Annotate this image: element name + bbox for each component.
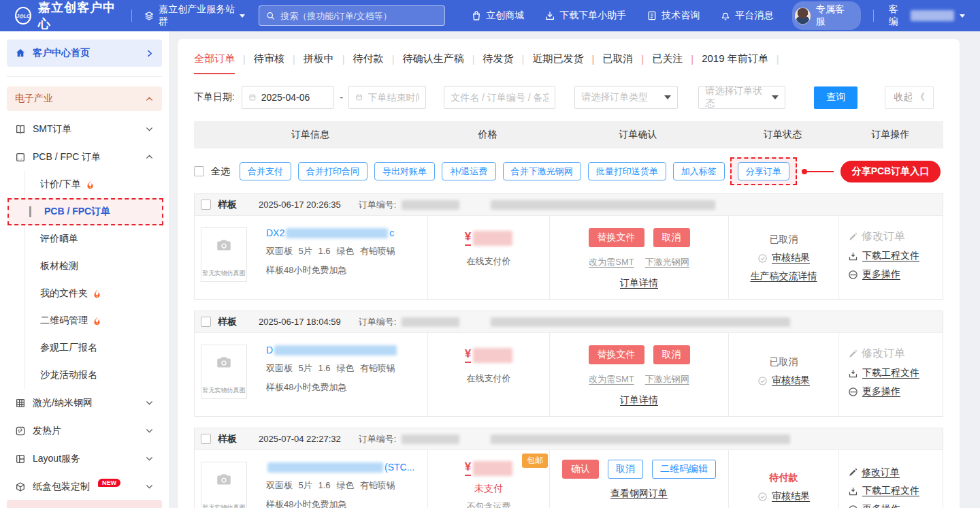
select-all-label[interactable]: 全选 [211,165,230,178]
export-statement-button[interactable]: 导出对账单 [374,162,435,180]
order-detail-link[interactable]: 订单详情 [620,277,658,289]
order-checkbox[interactable] [201,434,211,444]
batch-print-delivery-button[interactable]: 批量打印送货单 [588,162,666,180]
keyword-search-field[interactable] [444,86,555,109]
dedicated-service-button[interactable]: 专属客服 [792,1,861,30]
query-button[interactable]: 查询 [814,86,858,109]
tab-confirm-production[interactable]: 待确认生产稿 [403,52,464,65]
site-group-menu[interactable]: 嘉立创产业服务站群 [144,3,246,28]
replace-file-button[interactable]: 替换文件 [589,228,644,247]
sidebar-item-material-test[interactable]: 板材检测 [25,253,169,280]
order-row-header: 样板 2025-06-17 20:26:35 订单编号: [195,194,943,216]
order-row: 样板 2025-07-04 22:27:32 订单编号: 暂无实物仿真图 [194,428,943,508]
sidebar-item-box-packaging[interactable]: 纸盒包装定制NEW [0,473,169,501]
review-result-link[interactable]: 审核结果 [772,490,810,503]
tab-cancelled[interactable]: 已取消 [602,52,633,65]
nav-download-helper[interactable]: 下载下单小助手 [544,10,626,22]
production-file-chat-link[interactable]: 生产稿交流详情 [751,270,817,283]
tab-pre-2019[interactable]: 2019 年前订单 [702,52,768,65]
sidebar-section-electronics[interactable]: 电子产业 [7,86,162,111]
order-stencil-link[interactable]: 下激光钢网 [645,256,689,268]
sidebar-item-reviews[interactable]: 评价晒单 [25,225,169,253]
cancel-order-button[interactable]: 取消 [653,228,690,247]
cancel-order-button[interactable]: 取消 [653,345,690,364]
date-start-picker[interactable] [242,86,334,109]
sidebar-item-factory-visit[interactable]: 参观工厂报名 [25,334,169,362]
sidebar-item-layout-service[interactable]: Layout服务 [0,445,169,473]
date-end-input[interactable] [368,92,420,103]
logo[interactable]: J@LC 嘉立创客户中心 [15,0,119,32]
order-detail-link[interactable]: 订单详情 [620,394,658,407]
sidebar-item-smt[interactable]: SMT订单 [0,115,169,143]
tab-pending-payment[interactable]: 待付款 [353,52,384,65]
chevron-down-icon [145,482,154,491]
more-actions[interactable]: 更多操作 [848,268,900,281]
search-input[interactable] [280,11,438,21]
order-spec: 样板48小时免费加急 [266,381,398,394]
date-end-picker[interactable] [348,86,426,109]
order-checkbox[interactable] [201,200,211,210]
merge-print-contract-button[interactable]: 合并打印合同 [298,162,368,180]
date-start-input[interactable] [261,92,327,103]
global-search[interactable] [259,5,445,26]
merge-pay-button[interactable]: 合并支付 [240,162,291,180]
tab-pending-review[interactable]: 待审核 [254,52,284,65]
batch-actions: 全选 合并支付 合并打印合同 导出对账单 补/退运费 合并下激光钢网 批量打印送… [194,157,943,185]
change-to-smt-link[interactable]: 改为需SMT [589,373,634,385]
order-title-link[interactable]: DX2 c [266,227,395,238]
order-title-link[interactable]: D [266,345,398,355]
merge-stencil-button[interactable]: 合并下激光钢网 [503,162,581,180]
freight-refund-button[interactable]: 补/退运费 [442,162,496,180]
add-tag-button[interactable]: 加入标签 [673,162,725,180]
tab-separator: | [777,53,779,65]
tab-pending-shipment[interactable]: 待发货 [483,52,514,65]
tab-recently-shipped[interactable]: 近期已发货 [532,52,583,65]
sidebar-item-pcb-group[interactable]: PCB / FPC 订单 [0,143,169,171]
select-all-checkbox[interactable] [194,166,204,176]
order-type-select[interactable]: 请选择订单类型 [574,86,678,109]
tab-separator: | [691,53,693,65]
sidebar-item-pcb-orders[interactable]: PCB / FPC订单 [7,198,163,225]
confirm-button[interactable]: 确认 [562,460,599,479]
sidebar-item-salon[interactable]: 沙龙活动报名 [25,362,169,389]
keyword-input[interactable] [451,92,549,103]
customer-code[interactable]: 客编 [889,3,965,28]
review-result-link[interactable]: 审核结果 [772,375,810,387]
nav-messages-label: 平台消息 [735,10,773,22]
order-checkbox[interactable] [201,317,211,327]
order-title-link[interactable]: (STC... [266,462,414,473]
nav-mall[interactable]: 立创商城 [471,10,524,22]
sidebar-item-qrcode[interactable]: 二维码管理 [25,307,169,334]
review-result-link[interactable]: 审核结果 [772,252,810,264]
more-actions[interactable]: 更多操作 [848,503,900,508]
share-order-button[interactable]: 分享订单 [738,162,789,180]
nav-tech-support[interactable]: 技术咨询 [647,10,700,22]
nav-messages[interactable]: 平台消息 [720,10,773,22]
download-icon [544,10,555,21]
view-stencil-order-link[interactable]: 查看钢网订单 [610,488,668,500]
tab-followed[interactable]: 已关注 [652,52,683,65]
sidebar-item-pricing[interactable]: 计价/下单 [25,171,169,198]
qrcode-edit-button[interactable]: 二维码编辑 [652,460,716,479]
sidebar-item-home[interactable]: 客户中心首页 [7,39,162,67]
order-status-select[interactable]: 请选择订单状态 [698,86,785,109]
more-actions[interactable]: 更多操作 [848,385,900,398]
download-files-action[interactable]: 下载工程文件 [848,485,919,497]
edit-order-action[interactable]: 修改订单 [848,466,900,479]
chevron-down-icon [145,426,154,435]
cancel-order-button[interactable]: 取消 [608,460,643,479]
order-number-redacted [491,434,790,444]
tab-separator: | [472,53,475,65]
replace-file-button[interactable]: 替换文件 [589,345,644,364]
tab-separator: | [522,53,525,65]
sidebar-item-my-folder[interactable]: 我的文件夹 [25,280,169,307]
tab-all-orders[interactable]: 全部订单 [194,52,235,65]
sidebar-item-heater[interactable]: 发热片 [0,417,169,445]
tab-panelizing[interactable]: 拼板中 [304,52,334,65]
collapse-button[interactable]: 收起 《 [885,86,934,109]
download-files-action[interactable]: 下载工程文件 [848,367,919,379]
sidebar-item-stencil[interactable]: 激光/纳米钢网 [0,389,169,417]
change-to-smt-link[interactable]: 改为需SMT [589,256,634,268]
order-stencil-link[interactable]: 下激光钢网 [645,373,689,385]
download-files-action[interactable]: 下载工程文件 [848,250,919,262]
